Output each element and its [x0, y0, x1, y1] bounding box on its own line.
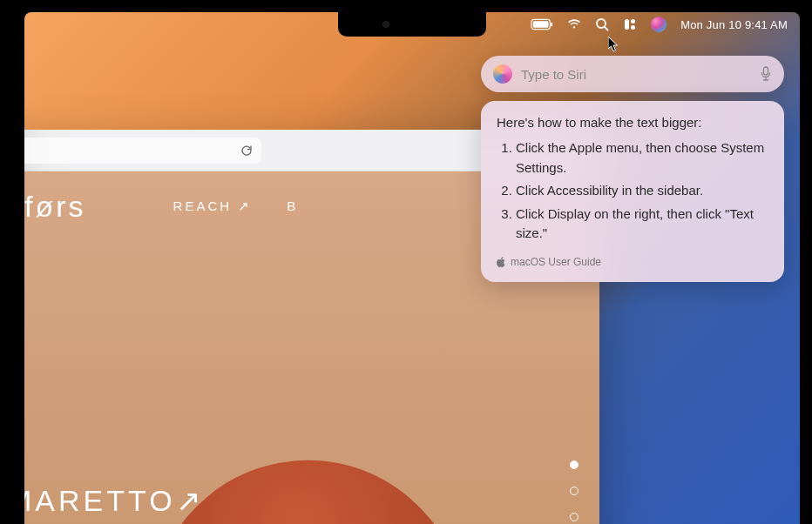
reload-icon[interactable] [240, 144, 253, 157]
response-step-3: Click Display on the right, then click "… [516, 205, 768, 244]
spotlight-icon[interactable] [595, 12, 609, 37]
response-step-2: Click Accessibility in the sidebar. [516, 181, 768, 201]
product-title[interactable]: MARETTO↗ [24, 483, 204, 518]
siri-menubar-icon[interactable] [651, 12, 667, 37]
menu-bar-datetime[interactable]: Mon Jun 10 9:41 AM [680, 18, 788, 31]
svg-rect-5 [625, 19, 629, 30]
display-notch [338, 12, 486, 37]
carousel-dot-1[interactable] [570, 460, 579, 469]
svg-rect-1 [533, 21, 549, 27]
siri-text-field[interactable] [521, 67, 751, 82]
nav-item-b[interactable]: B [287, 198, 298, 214]
response-step-1: Click the Apple menu, then choose System… [516, 138, 768, 178]
nav-reach[interactable]: REACH ↗ [173, 198, 253, 214]
carousel-dot-2[interactable] [570, 487, 579, 495]
response-heading: Here's how to make the text bigger: [497, 115, 768, 130]
device-frame: Mon Jun 10 9:41 AM forsstudio.com førs R… [12, 0, 812, 524]
svg-rect-9 [764, 67, 768, 75]
apple-logo-icon [497, 257, 505, 267]
product-hero: MARETTO↗ afe & Cup Set [24, 483, 204, 524]
response-source[interactable]: macOS User Guide [497, 256, 768, 268]
desktop-screen: Mon Jun 10 9:41 AM forsstudio.com førs R… [24, 12, 800, 524]
response-source-label: macOS User Guide [511, 256, 601, 268]
siri-input-bar[interactable] [481, 56, 784, 92]
response-steps-list: Click the Apple menu, then choose System… [497, 138, 768, 244]
carousel-dots [570, 460, 579, 524]
carousel-dot-3[interactable] [570, 513, 579, 521]
microphone-icon[interactable] [760, 66, 772, 82]
svg-rect-7 [631, 25, 635, 30]
siri-orb-icon [493, 64, 512, 84]
control-center-icon[interactable] [623, 12, 637, 37]
site-logo[interactable]: førs [24, 190, 86, 224]
camera-dot [382, 21, 389, 28]
cursor-arrow-icon [608, 37, 620, 56]
svg-rect-2 [551, 23, 552, 27]
url-bar[interactable]: forsstudio.com [24, 138, 261, 164]
svg-line-4 [605, 27, 608, 30]
site-nav: REACH ↗ B [173, 198, 299, 214]
siri-response-card: Here's how to make the text bigger: Clic… [481, 101, 784, 282]
svg-rect-6 [631, 19, 635, 24]
battery-icon[interactable] [531, 12, 553, 37]
wifi-icon[interactable] [567, 12, 581, 37]
